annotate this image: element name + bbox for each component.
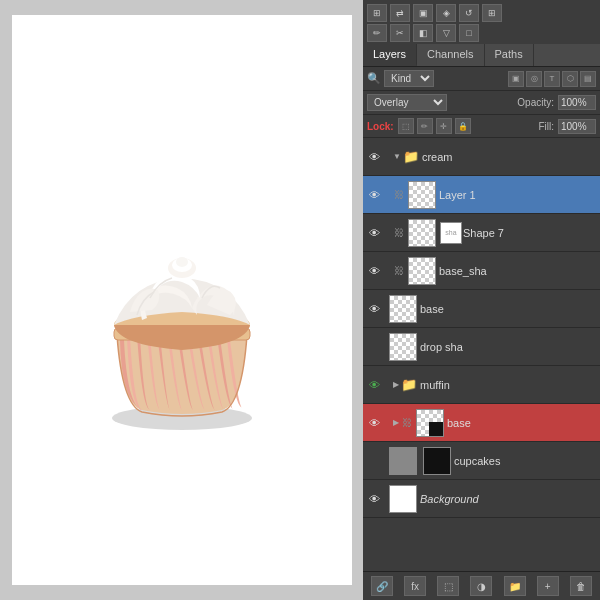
layer-base[interactable]: 👁 base [363,290,600,328]
layer-name-cupcakes: cupcakes [454,455,598,467]
layer-thumb-drop-sha [389,333,417,361]
tab-paths[interactable]: Paths [485,44,534,66]
fill-input[interactable] [558,119,596,134]
layer-drop-sha[interactable]: 👁 drop sha [363,328,600,366]
tab-channels[interactable]: Channels [417,44,484,66]
eye-icon-cupcakes[interactable]: 👁 [365,452,383,470]
group-arrow-cream[interactable]: ▼ [393,152,401,161]
filter-shape-icon[interactable]: ⬡ [562,71,578,87]
filter-icons: ▣ ◎ T ⬡ ▤ [508,71,596,87]
toolbar-row-1: ⊞ ⇄ ▣ ◈ ↺ ⊞ [367,4,596,22]
search-icon: 🔍 [367,72,381,85]
chain-icon-shape7: ⛓ [394,227,404,238]
filter-text-icon[interactable]: T [544,71,560,87]
layer-base2[interactable]: 👁 ▶ ⛓ base [363,404,600,442]
group-arrow-muffin[interactable]: ▶ [393,380,399,389]
kind-select[interactable]: Kind [384,70,434,87]
lock-row: Lock: ⬚ ✏ ✛ 🔒 Fill: [363,115,600,138]
blend-row: Overlay Opacity: [363,91,600,115]
eye-icon-layer1[interactable]: 👁 [365,186,383,204]
eye-icon-muffin[interactable]: 👁 [365,376,383,394]
layer-name-layer1: Layer 1 [439,189,598,201]
layer-thumb-base2 [416,409,444,437]
lock-transparency-icon[interactable]: ⬚ [398,118,414,134]
eye-icon-background[interactable]: 👁 [365,490,383,508]
canvas-area [0,0,363,600]
toolbar-icon-10[interactable]: ▽ [436,24,456,42]
layer-name-cream: cream [422,151,598,163]
toolbar-icon-1[interactable]: ⊞ [367,4,387,22]
link-layers-btn[interactable]: 🔗 [371,576,393,596]
layer-thumb-base [389,295,417,323]
layer-name-base2: base [447,417,598,429]
filter-pixel-icon[interactable]: ▣ [508,71,524,87]
toolbar-icon-8[interactable]: ✂ [390,24,410,42]
folder-icon-cream: 📁 [403,149,419,164]
canvas-white [12,15,352,585]
layer-cupcakes[interactable]: 👁 cupcakes [363,442,600,480]
toolbar-icon-6[interactable]: ⊞ [482,4,502,22]
add-mask-btn[interactable]: ⬚ [437,576,459,596]
add-style-btn[interactable]: fx [404,576,426,596]
layer-thumb-background [389,485,417,513]
layer-layer1[interactable]: 👁 ⛓ Layer 1 [363,176,600,214]
mask-thumb-shape7: sha [440,222,462,244]
svg-point-5 [176,257,188,267]
layer-thumb-shape7a [408,219,436,247]
lock-all-icon[interactable]: 🔒 [455,118,471,134]
toolbar-icon-9[interactable]: ◧ [413,24,433,42]
new-group-btn[interactable]: 📁 [504,576,526,596]
group-arrow-base2[interactable]: ▶ [393,418,399,427]
layer-thumb-cupcakes [389,447,417,475]
layer-muffin[interactable]: 👁 ▶ 📁 muffin [363,366,600,404]
layer-name-background: Background [420,493,598,505]
layer-name-shape7: Shape 7 [463,227,598,239]
layer-thumb-layer1 [408,181,436,209]
eye-icon-base[interactable]: 👁 [365,300,383,318]
tab-layers[interactable]: Layers [363,44,417,66]
layer-name-muffin: muffin [420,379,598,391]
filter-adjust-icon[interactable]: ◎ [526,71,542,87]
toolbar-icon-11[interactable]: □ [459,24,479,42]
toolbar-icon-4[interactable]: ◈ [436,4,456,22]
layer-name-base: base [420,303,598,315]
new-adjustment-btn[interactable]: ◑ [470,576,492,596]
eye-icon-base-sha[interactable]: 👁 [365,262,383,280]
top-toolbar: ⊞ ⇄ ▣ ◈ ↺ ⊞ ✏ ✂ ◧ ▽ □ [363,0,600,44]
blend-mode-select[interactable]: Overlay [367,94,447,111]
toolbar-icon-7[interactable]: ✏ [367,24,387,42]
delete-layer-btn[interactable]: 🗑 [570,576,592,596]
layer-base-sha[interactable]: 👁 ⛓ base_sha [363,252,600,290]
bottom-toolbar: 🔗 fx ⬚ ◑ 📁 + 🗑 [363,571,600,600]
lock-position-icon[interactable]: ✛ [436,118,452,134]
cupcake-illustration [42,160,322,440]
lock-label: Lock: [367,121,394,132]
lock-pixels-icon[interactable]: ✏ [417,118,433,134]
toolbar-icon-2[interactable]: ⇄ [390,4,410,22]
layer-background[interactable]: 👁 Background [363,480,600,518]
layer-name-base-sha: base_sha [439,265,598,277]
opacity-label: Opacity: [517,97,554,108]
chain-icon-base2: ⛓ [402,417,412,428]
eye-icon-shape7[interactable]: 👁 [365,224,383,242]
toolbar-icon-5[interactable]: ↺ [459,4,479,22]
eye-icon-drop-sha[interactable]: 👁 [365,338,383,356]
layer-thumb-cupcakes2 [423,447,451,475]
filter-smart-icon[interactable]: ▤ [580,71,596,87]
chain-icon-base-sha: ⛓ [394,265,404,276]
layer-cream[interactable]: 👁 ▼ 📁 cream [363,138,600,176]
chain-icon-layer1: ⛓ [394,189,404,200]
layer-thumb-base-sha [408,257,436,285]
tabs-row: Layers Channels Paths [363,44,600,67]
eye-icon-base2[interactable]: 👁 [365,414,383,432]
lock-icons: ⬚ ✏ ✛ 🔒 [398,118,471,134]
opacity-input[interactable] [558,95,596,110]
layers-list: 👁 ▼ 📁 cream 👁 ⛓ Layer 1 👁 ⛓ sha Shape [363,138,600,571]
eye-icon-cream[interactable]: 👁 [365,148,383,166]
layer-shape7[interactable]: 👁 ⛓ sha Shape 7 [363,214,600,252]
toolbar-icon-3[interactable]: ▣ [413,4,433,22]
layers-panel: ⊞ ⇄ ▣ ◈ ↺ ⊞ ✏ ✂ ◧ ▽ □ Layers Channels Pa… [363,0,600,600]
toolbar-row-2: ✏ ✂ ◧ ▽ □ [367,24,596,42]
folder-icon-muffin: 📁 [401,377,417,392]
new-layer-btn[interactable]: + [537,576,559,596]
